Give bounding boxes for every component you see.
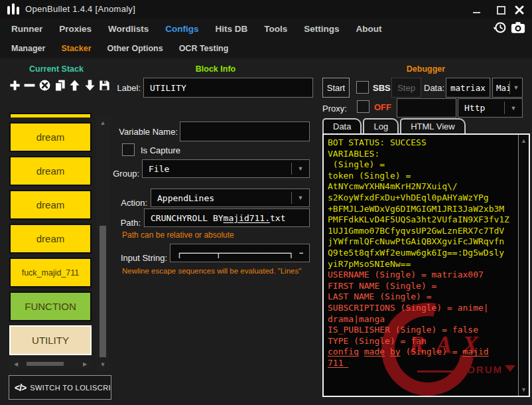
current-stack-title: Current Stack [0, 64, 113, 74]
title-bar: OpenBullet 1.4.4 [Anomaly] [0, 0, 532, 19]
log-line: VARIABLES: [328, 149, 515, 160]
stack-block-utility[interactable]: UTILITY [9, 325, 92, 355]
proxy-input[interactable] [397, 98, 456, 118]
log-line: FIRST NAME (Single) = [328, 281, 515, 292]
clone-icon[interactable] [53, 77, 67, 93]
move-up-icon[interactable] [68, 77, 82, 93]
step-button[interactable]: Step [391, 78, 421, 98]
menu-item-runner[interactable]: Runner [11, 24, 42, 34]
submenu-item-manager[interactable]: Manager [11, 44, 45, 53]
group-value: File [143, 164, 291, 174]
clear-icon[interactable] [38, 77, 52, 93]
scroll-left-icon[interactable]: ◀ [12, 361, 20, 367]
label-input[interactable] [143, 78, 313, 98]
menu-item-about[interactable]: About [356, 24, 382, 34]
stack-vertical-scrollbar[interactable]: ▲ ▼ [96, 117, 109, 370]
stack-block-dream[interactable]: dream [9, 190, 92, 220]
wordlist-type-dropdown[interactable]: Mail ▼ [492, 78, 523, 98]
scrollbar-thumb[interactable] [27, 362, 64, 366]
main-content: Current Stack dreamdreamdreamdreamfuck_m… [0, 58, 532, 405]
main-menu-bar: RunnerProxiesWordlistsConfigsHits DBTool… [0, 19, 532, 39]
debugger-title: Debugger [322, 64, 529, 74]
remove-icon[interactable] [23, 77, 37, 93]
tab-html-view[interactable]: HTML View [400, 118, 465, 133]
is-capture-checkbox[interactable] [122, 143, 135, 156]
chevron-down-icon: ▼ [292, 195, 309, 201]
variable-name-input[interactable] [180, 121, 310, 141]
stack-block-dream[interactable]: dream [9, 156, 92, 186]
switch-to-loliscript-button[interactable]: </> SWITCH TO LOLISCRI [9, 375, 111, 400]
proxy-label: Proxy: [322, 104, 347, 114]
submenu-item-other-options[interactable]: Other Options [107, 44, 163, 53]
start-button[interactable]: Start [322, 78, 350, 98]
input-string-label: Input String: [111, 253, 167, 263]
log-line: config made by (Single) = majid [328, 347, 515, 358]
chevron-down-icon: ▼ [505, 105, 522, 112]
menu-item-wordlists[interactable]: Wordlists [108, 24, 149, 34]
path-hint: Path can be relative or absolute [122, 230, 234, 240]
stack-block-function[interactable]: FUNCTION [9, 291, 92, 321]
chevron-down-icon: ▼ [510, 84, 522, 91]
add-icon[interactable] [8, 77, 22, 93]
scroll-up-icon[interactable]: ▲ [519, 137, 529, 144]
config-sub-menu: ManagerStackerOther OptionsOCR Testing [0, 39, 532, 58]
path-label: Path: [101, 218, 141, 228]
log-line: (Single) = [328, 159, 515, 171]
log-line: AtNYcmwYXHN4mKrH2N7Xuiq\/ [328, 181, 515, 193]
label-field-label: Label: [93, 83, 141, 93]
stack-horizontal-scrollbar[interactable]: ◀ ▶ [9, 359, 92, 369]
stack-block-dream[interactable]: dream [9, 224, 92, 254]
wordlist-type-value: Mail [493, 83, 509, 93]
proxy-type-value: Http [458, 103, 504, 113]
scroll-up-icon[interactable]: ▲ [96, 120, 109, 126]
scrollbar-thumb[interactable] [100, 226, 106, 357]
data-label: Data: [424, 83, 444, 93]
menu-item-hits-db[interactable]: Hits DB [216, 24, 248, 34]
menu-item-proxies[interactable]: Proxies [59, 24, 92, 34]
submenu-item-stacker[interactable]: Stacker [61, 44, 91, 53]
input-string-input[interactable] [170, 244, 310, 262]
group-label: Group: [93, 169, 139, 179]
action-dropdown[interactable]: AppendLines ▼ [151, 189, 310, 207]
history-icon[interactable] [493, 21, 507, 35]
tab-log[interactable]: Log [363, 118, 399, 133]
close-button[interactable] [512, 4, 527, 16]
stack-block-fuck-majid-711[interactable]: fuck_majid_711 [9, 258, 92, 287]
chevron-down-icon: ▼ [292, 165, 309, 172]
menu-item-configs[interactable]: Configs [165, 24, 198, 34]
block-label: dream [36, 165, 65, 177]
block-label: dream [36, 233, 65, 244]
tab-data[interactable]: Data [322, 118, 362, 133]
block-label: FUNCTION [25, 301, 76, 312]
menu-item-settings[interactable]: Settings [304, 24, 339, 34]
path-input[interactable]: CRUNCHYROLL BY majid 711.txt [144, 208, 310, 227]
screenshot-icon[interactable] [511, 21, 525, 35]
block-label: dream [36, 131, 65, 143]
submenu-item-ocr-testing[interactable]: OCR Testing [179, 44, 229, 53]
sbs-label: SBS [373, 83, 391, 93]
log-line: USERNAME (Single) = matriax007 [328, 270, 515, 281]
is-capture-label: Is Capture [141, 145, 200, 155]
proxy-type-dropdown[interactable]: Http ▼ [458, 98, 523, 118]
group-dropdown[interactable]: File ▼ [142, 159, 310, 178]
proxy-checkbox[interactable] [357, 100, 369, 113]
log-line: IS_PUBLISHER (Single) = false [328, 325, 515, 336]
stack-block-dream[interactable]: dream [9, 122, 92, 152]
menu-item-tools[interactable]: Tools [264, 24, 287, 34]
block-label: dream [36, 199, 65, 210]
scroll-right-icon[interactable]: ▶ [81, 361, 89, 367]
stack-block-partial[interactable] [9, 113, 92, 118]
scroll-down-icon[interactable]: ▼ [519, 386, 529, 393]
switch-button-label: SWITCH TO LOLISCRI [30, 384, 111, 392]
minimize-button[interactable] [470, 4, 484, 16]
maximize-button[interactable] [494, 4, 508, 16]
scroll-down-icon[interactable]: ▼ [96, 361, 109, 368]
log-output: BOT STATUS: SUCCESSVARIABLES: (Single) =… [328, 137, 515, 368]
debugger-log-panel: RAX FORUM BOT STATUS: SUCCESSVARIABLES: … [322, 133, 530, 397]
log-scrollbar[interactable]: ▲ ▼ [518, 135, 529, 396]
log-line: jYWfrmlQFcNuwPtGAiQBXXgviFcJWRqvfn [328, 236, 515, 248]
log-line: LAST NAME (Single) = [328, 291, 515, 303]
sbs-checkbox[interactable] [356, 81, 369, 94]
window-title: OpenBullet 1.4.4 [Anomaly] [25, 4, 135, 14]
data-input[interactable]: matriax [446, 78, 490, 98]
